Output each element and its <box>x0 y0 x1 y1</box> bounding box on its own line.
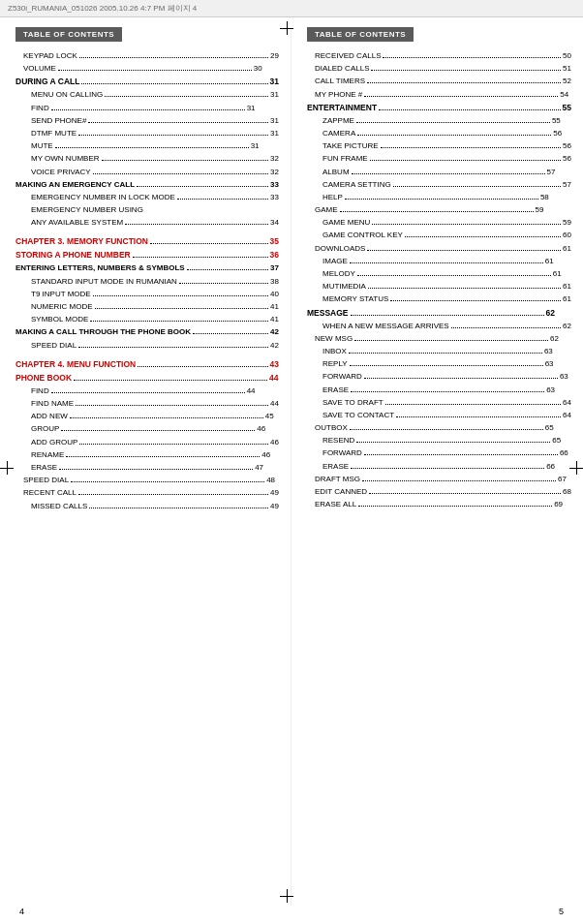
toc-entry-text: ENTERING LETTERS, NUMBERS & SYMBOLS <box>15 262 185 274</box>
toc-entry-text: ADD GROUP <box>15 436 77 448</box>
toc-entry-text: FORWARD <box>307 447 362 459</box>
toc-entry-text: ERASE <box>15 461 57 474</box>
toc-entry: ERASE47 <box>15 461 279 474</box>
toc-entry: VOICE PRIVACY32 <box>15 166 279 178</box>
toc-entry: DURING A CALL31 <box>15 75 279 88</box>
toc-entry: MY PHONE #54 <box>307 88 571 101</box>
toc-entry: ZAPPME55 <box>307 114 571 127</box>
toc-dots <box>138 366 267 367</box>
toc-dots <box>78 135 268 136</box>
toc-dots <box>393 186 561 187</box>
toc-page-number: 44 <box>270 397 279 410</box>
toc-dots <box>61 430 255 431</box>
toc-dots <box>367 250 561 251</box>
toc-page-number: 52 <box>563 75 571 87</box>
toc-page-number: 44 <box>269 371 278 385</box>
right-column: TABLE OF CONTENTS RECEIVED CALLS50DIALED… <box>292 27 583 905</box>
toc-entry: EDIT CANNED68 <box>307 485 571 498</box>
toc-entry-text: FORWARD <box>307 370 362 383</box>
toc-page-number: 35 <box>270 234 279 248</box>
toc-entry: CALL TIMERS52 <box>307 75 571 87</box>
toc-entry-text: SPEED DIAL <box>15 474 69 486</box>
toc-page-number: 63 <box>545 357 554 370</box>
toc-dots <box>78 347 268 348</box>
toc-dots <box>105 96 268 97</box>
toc-page-number: 37 <box>270 262 279 274</box>
toc-page-number: 31 <box>251 139 260 152</box>
toc-entry-text: FIND <box>15 102 49 114</box>
toc-entry-text: HELP <box>307 191 343 203</box>
toc-entry: IMAGE61 <box>307 255 571 267</box>
toc-entry: FORWARD66 <box>307 447 571 459</box>
toc-entry: HELP58 <box>307 191 571 203</box>
toc-dots <box>89 508 268 508</box>
toc-entry: DIALED CALLS51 <box>307 62 571 75</box>
toc-entry: FUN FRAME56 <box>307 152 571 165</box>
toc-entry: FIND44 <box>15 385 279 397</box>
toc-entry-text: ERASE <box>307 460 349 473</box>
left-page-number: 4 <box>19 907 24 916</box>
toc-page-number: 40 <box>270 288 279 300</box>
toc-entry: CAMERA56 <box>307 127 571 139</box>
toc-dots <box>368 288 561 289</box>
toc-entry: MAKING AN EMERGENCY CALL33 <box>15 178 279 191</box>
toc-dots <box>55 147 249 148</box>
toc-dots <box>74 380 267 381</box>
toc-dots <box>367 82 561 83</box>
toc-entry: STANDARD INPUT MODE IN RUMANIAN38 <box>15 275 279 288</box>
page-container: Z530i_RUMANIA_051026 2005.10.26 4:7 PM 페… <box>0 0 583 924</box>
toc-dots <box>350 429 543 430</box>
toc-dots <box>95 308 269 309</box>
toc-page-number: 49 <box>270 486 279 499</box>
toc-entry-text: EMERGENCY NUMBER IN LOCK MODE <box>15 191 175 203</box>
toc-entry: SPEED DIAL42 <box>15 339 279 352</box>
toc-entry: NUMERIC MODE41 <box>15 300 279 313</box>
toc-entry: MEMORY STATUS61 <box>307 293 571 305</box>
toc-dots <box>58 70 252 71</box>
toc-dots <box>179 283 268 284</box>
toc-entry-text: TAKE PICTURE <box>307 139 379 152</box>
toc-entry-text: ENTERTAINMENT <box>307 101 377 114</box>
toc-dots <box>371 70 561 71</box>
toc-entry: VOLUME30 <box>15 62 279 75</box>
toc-dots <box>357 275 551 276</box>
toc-page-number: 47 <box>255 461 263 474</box>
toc-page-number: 48 <box>266 474 275 486</box>
toc-dots <box>372 224 561 225</box>
toc-dots <box>51 392 245 393</box>
toc-entry: GAME CONTROL KEY60 <box>307 229 571 241</box>
toc-page-number: 68 <box>563 485 571 498</box>
toc-entry-text: SYMBOL MODE <box>15 313 88 325</box>
reg-mark-bottom <box>280 889 293 903</box>
right-toc-banner: TABLE OF CONTENTS <box>307 27 414 42</box>
toc-dots <box>79 444 268 445</box>
toc-dots <box>356 122 550 123</box>
toc-dots <box>350 365 543 366</box>
toc-entry: PHONE BOOK44 <box>15 371 279 385</box>
toc-entry-text: MESSAGE <box>307 306 349 320</box>
toc-entry-text: ERASE <box>307 384 349 396</box>
toc-dots <box>133 257 268 258</box>
toc-entry: SEND PHONE#31 <box>15 114 279 127</box>
toc-page-number: 42 <box>270 325 279 338</box>
toc-entry-text: DRAFT MSG <box>307 473 360 485</box>
toc-page-number: 42 <box>270 339 279 352</box>
toc-page-number: 46 <box>257 422 265 435</box>
toc-page-number: 38 <box>270 275 279 288</box>
toc-page-number: 45 <box>265 410 274 422</box>
toc-entry-text: DIALED CALLS <box>307 62 369 75</box>
toc-dots <box>351 315 544 316</box>
toc-page-number: 61 <box>563 293 571 305</box>
toc-page-number: 36 <box>270 248 279 262</box>
toc-entry-text: CHAPTER 4. MENU FUNCTION <box>15 357 136 371</box>
toc-entry-text: EMERGENCY NUMBER USING <box>15 203 143 216</box>
toc-entry: GROUP46 <box>15 422 279 435</box>
toc-page-number: 33 <box>270 191 279 203</box>
content-area: TABLE OF CONTENTS KEYPAD LOCK29VOLUME30D… <box>0 17 583 905</box>
toc-entry: NEW MSG62 <box>307 332 571 345</box>
toc-dots <box>340 211 534 212</box>
toc-entry: MENU ON CALLING31 <box>15 88 279 101</box>
toc-dots <box>71 481 264 482</box>
left-column: TABLE OF CONTENTS KEYPAD LOCK29VOLUME30D… <box>0 27 292 905</box>
toc-page-number: 55 <box>563 101 571 114</box>
